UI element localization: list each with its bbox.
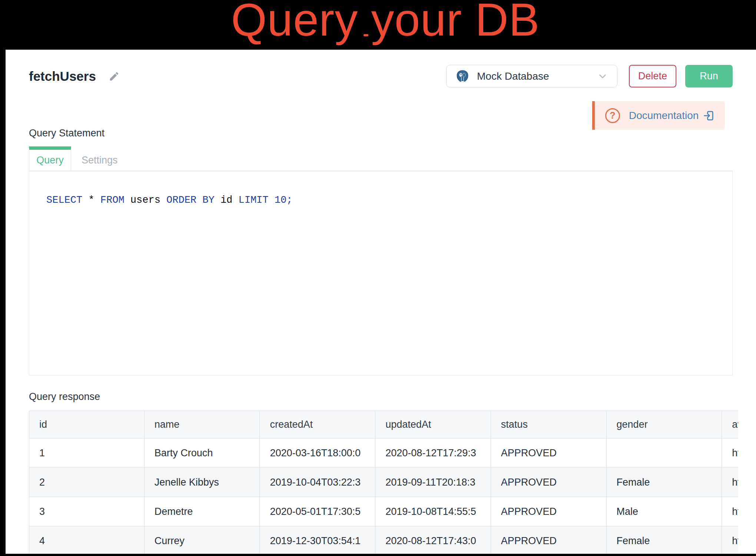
table-cell: 2019-09-11T20:18:3	[375, 468, 491, 497]
table-body: 1Barty Crouch2020-03-16T18:00:02020-08-1…	[29, 438, 739, 554]
app-panel: fetchUsers Mock Database	[6, 50, 756, 554]
table-cell: APPROVED	[491, 438, 606, 468]
run-button[interactable]: Run	[685, 65, 733, 87]
sql-text	[269, 195, 275, 206]
table-cell: 2020-03-16T18:00:0	[260, 438, 375, 468]
column-header-createdAt: createdAt	[260, 411, 375, 438]
sql-keyword: 10;	[275, 195, 293, 206]
database-select-value: Mock Database	[477, 70, 549, 82]
table-row: 2Jenelle Kibbys2019-10-04T03:22:32019-09…	[29, 468, 739, 497]
sql-text: users	[125, 195, 166, 206]
delete-button[interactable]: Delete	[629, 65, 676, 87]
help-circle-icon: ?	[605, 108, 620, 123]
table-cell: Currey	[144, 526, 260, 554]
column-header-gender: gender	[606, 411, 722, 438]
tab-bar: Query Settings	[29, 146, 733, 171]
table-cell: 2020-08-12T17:29:3	[375, 438, 491, 468]
table-cell: Barty Crouch	[144, 438, 260, 468]
column-header-name: name	[144, 411, 260, 438]
page-header: Query your DB	[0, 0, 756, 50]
table-cell: 2020-05-01T17:30:5	[260, 497, 375, 526]
page-title: Query your DB	[231, 0, 540, 43]
table-cell: APPROVED	[491, 497, 606, 526]
table-cell: 2019-10-04T03:22:3	[260, 468, 375, 497]
table-row: 4Currey2019-12-30T03:54:12020-08-12T17:4…	[29, 526, 739, 554]
toolbar: fetchUsers Mock Database	[29, 65, 733, 87]
table-cell: 2	[29, 468, 145, 497]
table-cell: 1	[29, 438, 145, 468]
table-cell: APPROVED	[491, 468, 606, 497]
sql-text: *	[82, 195, 100, 206]
postgresql-elephant-icon	[455, 69, 470, 83]
sql-keyword: FROM	[100, 195, 125, 206]
table-cell: Jenelle Kibbys	[144, 468, 260, 497]
response-table-wrapper: idnamecreatedAtupdatedAtstatusgenderavat…	[29, 411, 738, 554]
sql-statement: SELECT * FROM users ORDER BY id LIMIT 10…	[46, 195, 732, 206]
sql-keyword: ORDER BY	[166, 195, 215, 206]
sql-keyword: SELECT	[46, 195, 82, 206]
table-cell: https://	[722, 438, 738, 468]
table-cell	[606, 438, 722, 468]
table-row: 3Demetre2020-05-01T17:30:52019-10-08T14:…	[29, 497, 739, 526]
text-caret-mark	[364, 34, 368, 36]
sql-editor[interactable]: SELECT * FROM users ORDER BY id LIMIT 10…	[29, 171, 733, 375]
table-cell: https://	[722, 497, 738, 526]
table-cell: Male	[606, 497, 722, 526]
table-cell: 2020-08-12T17:43:0	[375, 526, 491, 554]
edit-pencil-icon[interactable]	[109, 71, 120, 82]
table-cell: Female	[606, 526, 722, 554]
database-select[interactable]: Mock Database	[446, 65, 617, 87]
table-cell: Female	[606, 468, 722, 497]
column-header-updatedAt: updatedAt	[375, 411, 491, 438]
column-header-id: id	[29, 411, 145, 438]
table-cell: 3	[29, 497, 145, 526]
sql-text: id	[215, 195, 239, 206]
table-cell: 2019-12-30T03:54:1	[260, 526, 375, 554]
table-row: 1Barty Crouch2020-03-16T18:00:02020-08-1…	[29, 438, 739, 468]
table-cell: 4	[29, 526, 145, 554]
table-cell: 2019-10-08T14:55:5	[375, 497, 491, 526]
table-cell: Demetre	[144, 497, 260, 526]
query-response-label: Query response	[29, 391, 733, 402]
documentation-banner: ? Documentation	[592, 101, 725, 130]
chevron-down-icon	[597, 71, 608, 82]
tab-settings[interactable]: Settings	[71, 146, 128, 171]
external-link-icon	[703, 110, 714, 121]
response-table: idnamecreatedAtupdatedAtstatusgenderavat…	[29, 411, 738, 554]
table-cell: APPROVED	[491, 526, 606, 554]
table-header-row: idnamecreatedAtupdatedAtstatusgenderavat…	[29, 411, 739, 438]
column-header-status: status	[491, 411, 606, 438]
documentation-link[interactable]: Documentation	[629, 110, 699, 122]
query-name-title: fetchUsers	[29, 69, 96, 84]
table-cell: https://	[722, 526, 738, 554]
table-cell: https://	[722, 468, 738, 497]
column-header-avatar: avatar	[722, 411, 738, 438]
sql-keyword: LIMIT	[239, 195, 269, 206]
app-content: fetchUsers Mock Database	[6, 50, 756, 554]
tab-query[interactable]: Query	[29, 146, 71, 171]
